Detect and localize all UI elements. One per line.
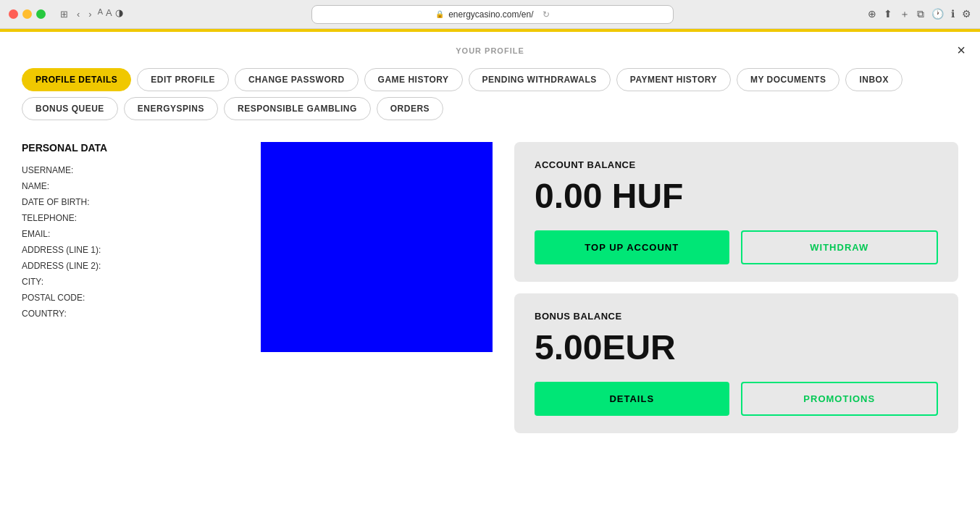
close-button[interactable]: × (957, 42, 966, 59)
tab-responsible-gambling[interactable]: RESPONSIBLE GAMBLING (224, 97, 371, 120)
tab-energyspins[interactable]: ENERGYSPINS (124, 97, 218, 120)
address-bar[interactable]: 🔒 energycasino.com/en/ ↻ (311, 5, 674, 24)
right-panel: ACCOUNT BALANCE 0.00 HUF TOP UP ACCOUNT … (514, 142, 958, 433)
tab-profile-details[interactable]: PROFILE DETAILS (22, 68, 131, 91)
personal-data-title: PERSONAL DATA (22, 142, 225, 154)
large-a-icon: A (106, 7, 112, 21)
tabs-icon[interactable]: ⧉ (917, 8, 924, 21)
info-icon[interactable]: ℹ (951, 8, 955, 21)
left-panel: PERSONAL DATA USERNAME: NAME: DATE OF BI… (22, 142, 225, 433)
url-text: energycasino.com/en/ (448, 9, 533, 20)
tab-pending-withdrawals[interactable]: PENDING WITHDRAWALS (469, 68, 611, 91)
bonus-balance-actions: DETAILS PROMOTIONS (535, 382, 938, 416)
share-icon[interactable]: ⬆ (884, 8, 892, 21)
minimize-traffic-light[interactable] (22, 9, 32, 19)
settings-icon[interactable]: ⚙ (962, 8, 971, 21)
field-name: NAME: (22, 181, 225, 191)
tab-inbox[interactable]: INBOX (845, 68, 902, 91)
details-button[interactable]: DETAILS (535, 382, 729, 416)
field-username: USERNAME: (22, 165, 225, 175)
reader-mode-icon[interactable]: ◑ (115, 7, 123, 21)
top-up-account-button[interactable]: TOP UP ACCOUNT (535, 230, 729, 264)
browser-nav-controls: ⊞ ‹ › A A ◑ (57, 7, 123, 21)
small-a-icon: A (98, 7, 103, 21)
page-content: YOUR PROFILE × PROFILE DETAILS EDIT PROF… (0, 32, 980, 448)
back-button[interactable]: ‹ (74, 7, 83, 21)
lock-icon: 🔒 (435, 10, 444, 18)
field-address1: ADDRESS (LINE 1): (22, 245, 225, 255)
browser-chrome: ⊞ ‹ › A A ◑ 🔒 energycasino.com/en/ ↻ ⊕ ⬆… (0, 0, 980, 29)
history-icon[interactable]: 🕐 (931, 8, 944, 21)
browser-toolbar: ⊕ ⬆ ＋ ⧉ 🕐 ℹ ⚙ (868, 8, 971, 21)
page-title: YOUR PROFILE (22, 46, 958, 55)
account-balance-amount: 0.00 HUF (535, 177, 938, 216)
account-balance-actions: TOP UP ACCOUNT WITHDRAW (535, 230, 938, 264)
maximize-traffic-light[interactable] (36, 9, 46, 19)
field-dob: DATE OF BIRTH: (22, 197, 225, 207)
field-city: CITY: (22, 277, 225, 287)
field-address2: ADDRESS (LINE 2): (22, 261, 225, 271)
bonus-balance-card: BONUS BALANCE 5.00EUR DETAILS PROMOTIONS (514, 293, 958, 433)
tab-game-history[interactable]: GAME HISTORY (364, 68, 463, 91)
tab-edit-profile[interactable]: EDIT PROFILE (137, 68, 229, 91)
account-balance-card: ACCOUNT BALANCE 0.00 HUF TOP UP ACCOUNT … (514, 142, 958, 282)
account-balance-label: ACCOUNT BALANCE (535, 159, 938, 170)
field-country: COUNTRY: (22, 309, 225, 319)
traffic-lights (9, 9, 46, 19)
field-email: EMAIL: (22, 229, 225, 239)
nav-tabs: PROFILE DETAILS EDIT PROFILE CHANGE PASS… (22, 68, 958, 120)
close-traffic-light[interactable] (9, 9, 18, 19)
forward-button[interactable]: › (85, 7, 94, 21)
tab-orders[interactable]: ORDERS (377, 97, 443, 120)
withdraw-button[interactable]: WITHDRAW (741, 230, 939, 264)
main-layout: PERSONAL DATA USERNAME: NAME: DATE OF BI… (22, 142, 958, 433)
field-postal-code: POSTAL CODE: (22, 293, 225, 303)
promotions-button[interactable]: PROMOTIONS (741, 382, 939, 416)
tab-my-documents[interactable]: MY DOCUMENTS (737, 68, 839, 91)
reload-icon[interactable]: ↻ (543, 9, 550, 20)
bonus-balance-amount: 5.00EUR (535, 329, 938, 367)
tab-payment-history[interactable]: PAYMENT HISTORY (616, 68, 731, 91)
avatar-image (261, 142, 493, 352)
new-tab-icon[interactable]: ＋ (900, 8, 910, 21)
bonus-balance-label: BONUS BALANCE (535, 311, 938, 322)
sidebar-toggle-button[interactable]: ⊞ (57, 7, 71, 21)
field-telephone: TELEPHONE: (22, 213, 225, 223)
tab-change-password[interactable]: CHANGE PASSWORD (235, 68, 359, 91)
tab-bonus-queue[interactable]: BONUS QUEUE (22, 97, 118, 120)
downloads-icon[interactable]: ⊕ (868, 8, 876, 21)
